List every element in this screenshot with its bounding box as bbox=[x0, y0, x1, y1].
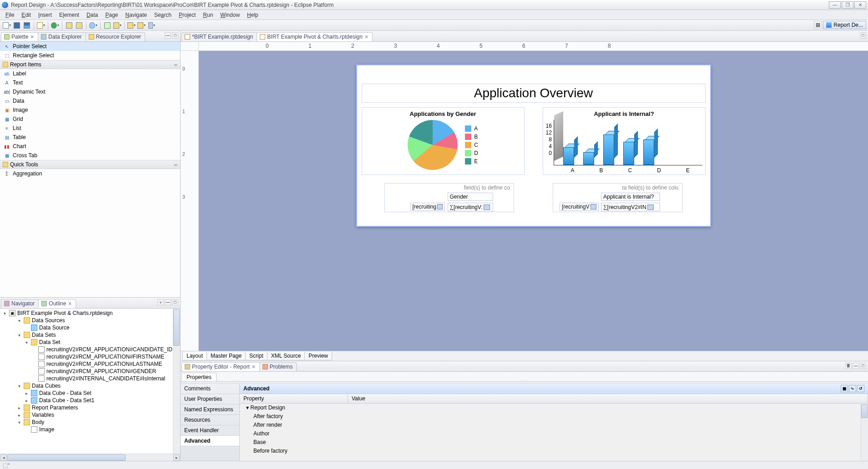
report-page[interactable]: Application Overview Applications by Gen… bbox=[356, 65, 711, 227]
maximize-view-button[interactable]: □ bbox=[172, 299, 178, 305]
palette-pointer-select[interactable]: ↖Pointer Select bbox=[0, 42, 180, 51]
save-all-button[interactable] bbox=[23, 21, 31, 30]
view-menu-button[interactable]: ▿ bbox=[157, 299, 164, 305]
maximize-button[interactable]: ❐ bbox=[842, 1, 853, 9]
menu-navigate[interactable]: Navigate bbox=[122, 11, 151, 19]
menu-help[interactable]: Help bbox=[243, 11, 262, 19]
report-title-cell[interactable]: Application Overview bbox=[362, 84, 706, 103]
vscroll[interactable] bbox=[861, 404, 868, 461]
minimize-button[interactable]: — bbox=[829, 1, 841, 9]
tree-row[interactable]: recruitingV2#RCM_APPLICATION#CANDIDATE_I… bbox=[0, 346, 180, 353]
tree-row[interactable]: Data Source bbox=[0, 324, 180, 331]
toggle2-button[interactable] bbox=[75, 21, 83, 30]
menu-data[interactable]: Data bbox=[83, 11, 101, 19]
close-icon[interactable]: ✕ bbox=[364, 34, 368, 40]
editor-tab-layout[interactable]: Layout bbox=[182, 352, 207, 360]
show-categories-button[interactable]: ▦ bbox=[841, 385, 848, 392]
scroll-thumb[interactable] bbox=[173, 309, 180, 346]
menu-project[interactable]: Project bbox=[175, 11, 199, 19]
save-button[interactable] bbox=[13, 21, 21, 30]
new-button[interactable]: ▾ bbox=[3, 21, 11, 30]
close-icon[interactable]: ✕ bbox=[252, 364, 256, 370]
palette-item-list[interactable]: ≡List bbox=[0, 124, 180, 133]
property-row[interactable]: After render bbox=[240, 421, 868, 429]
scroll-left-button[interactable]: ◂ bbox=[0, 454, 7, 461]
forward-button[interactable]: ▾ bbox=[137, 21, 146, 30]
editor-tab-script[interactable]: Script bbox=[245, 352, 267, 360]
tree-row[interactable]: ▾Data Cubes bbox=[0, 382, 180, 389]
search-button[interactable]: ▾ bbox=[89, 21, 97, 30]
crosstab-measure-1[interactable]: [recruitingV bbox=[560, 203, 599, 211]
subtab-properties[interactable]: Properties bbox=[182, 373, 217, 381]
palette-item-data[interactable]: ▭Data bbox=[0, 96, 180, 105]
tree-row[interactable]: ▸Report Parameters bbox=[0, 404, 180, 411]
palette-item-table[interactable]: ▤Table bbox=[0, 133, 180, 142]
restore-defaults-button[interactable]: ↺ bbox=[857, 385, 864, 392]
back-button[interactable]: ▾ bbox=[127, 21, 136, 30]
property-category[interactable]: Event Handler bbox=[181, 425, 239, 436]
property-category[interactable]: Resources bbox=[181, 415, 239, 425]
toggle3-button[interactable]: ▾ bbox=[113, 21, 121, 30]
editor-tab-masterpage[interactable]: Master Page bbox=[207, 352, 246, 360]
link-editor-button[interactable] bbox=[103, 21, 111, 30]
menu-run[interactable]: Run bbox=[199, 11, 217, 19]
crosstab-measure-2[interactable]: ∑[recruitingV: bbox=[448, 203, 493, 211]
palette-category-report-items[interactable]: Report Items∞ bbox=[0, 60, 180, 69]
tab-problems[interactable]: Problems bbox=[259, 362, 297, 371]
open-perspective-button[interactable]: ⊞ bbox=[814, 21, 822, 29]
tab-outline[interactable]: Outline✕ bbox=[38, 299, 76, 308]
property-row[interactable]: Before factory bbox=[240, 447, 868, 455]
scroll-right-button[interactable]: ▸ bbox=[173, 454, 180, 461]
palette-rectangle-select[interactable]: ⬚Rectangle Select bbox=[0, 51, 180, 60]
tree-row[interactable]: ▾Data Sets bbox=[0, 331, 180, 339]
crosstab-2[interactable]: ta field(s) to define colu Applicant is … bbox=[553, 183, 683, 212]
report-canvas[interactable]: Application Overview Applications by Gen… bbox=[199, 51, 868, 351]
property-category[interactable]: User Properties bbox=[181, 394, 239, 404]
tab-palette[interactable]: Palette✕ bbox=[1, 32, 38, 41]
tree-row[interactable]: recruitingV2#RCM_APPLICATION#FIRSTNAME bbox=[0, 353, 180, 360]
maximize-view-button[interactable]: □ bbox=[172, 32, 178, 39]
palette-item-text[interactable]: AText bbox=[0, 78, 180, 87]
palette-item-aggregation[interactable]: ΣAggregation bbox=[0, 169, 180, 178]
perspective-report[interactable]: Report De... bbox=[823, 21, 866, 29]
property-row[interactable]: After factory bbox=[240, 412, 868, 421]
palette-item-grid[interactable]: ▦Grid bbox=[0, 115, 180, 124]
tree-row[interactable]: ▾Data Sources bbox=[0, 317, 180, 324]
show-local-button[interactable]: ∿ bbox=[849, 385, 856, 392]
crosstab-measure-2[interactable]: ∑[recruitingV2#IN bbox=[601, 203, 660, 211]
crosstab-measure-1[interactable]: [recruiting bbox=[410, 203, 445, 211]
property-category[interactable]: Named Expressions bbox=[181, 404, 239, 415]
new-report-button[interactable]: ▾ bbox=[37, 21, 45, 30]
tree-row[interactable]: ▸Variables bbox=[0, 411, 180, 419]
palette-category-quick-tools[interactable]: Quick Tools∞ bbox=[0, 160, 180, 169]
view-toggle-button[interactable]: ≣ bbox=[845, 363, 852, 369]
editor-tab-xmlsource[interactable]: XML Source bbox=[267, 352, 305, 360]
crosstab-dimension[interactable]: Applicant is Internal? bbox=[601, 193, 660, 201]
minimize-panel-button[interactable]: — bbox=[853, 363, 859, 369]
close-icon[interactable]: ✕ bbox=[68, 301, 72, 307]
menu-page[interactable]: Page bbox=[102, 11, 122, 19]
editor-tab-preview[interactable]: Preview bbox=[304, 352, 332, 360]
tree-row[interactable]: recruitingV2#RCM_APPLICATION#GENDER bbox=[0, 368, 180, 375]
tree-row[interactable]: ▸Data Cube - Data Set bbox=[0, 389, 180, 397]
property-category[interactable]: Comments bbox=[181, 384, 239, 394]
palette-item-dynamic-text[interactable]: ab|Dynamic Text bbox=[0, 87, 180, 96]
tree-row[interactable]: ▾Data Set bbox=[0, 339, 180, 346]
tree-hscroll[interactable]: ◂ ▸ bbox=[0, 454, 180, 461]
palette-item-label[interactable]: abLabel bbox=[0, 69, 180, 78]
tree-row[interactable]: ▾Body bbox=[0, 419, 180, 426]
maximize-panel-button[interactable]: □ bbox=[860, 363, 866, 369]
minimize-view-button[interactable]: — bbox=[165, 299, 171, 305]
run-button[interactable]: ▾ bbox=[51, 21, 59, 30]
vscroll-thumb[interactable] bbox=[861, 404, 868, 418]
tree-row[interactable]: recruitingV2#INTERNAL_CANDIDATE#IsIntern… bbox=[0, 375, 180, 382]
pie-chart-cell[interactable]: Applications by Gender ABCDE bbox=[362, 107, 525, 175]
menu-window[interactable]: Window bbox=[217, 11, 243, 19]
property-row[interactable]: Base bbox=[240, 438, 868, 447]
menu-element[interactable]: Element bbox=[56, 11, 83, 19]
tab-data-explorer[interactable]: Data Explorer bbox=[38, 32, 86, 41]
menu-insert[interactable]: Insert bbox=[35, 11, 56, 19]
editor-tab-0[interactable]: *BIRT Example.rptdesign bbox=[182, 32, 257, 41]
last-button[interactable]: ▾ bbox=[147, 21, 156, 30]
bar-chart-cell[interactable]: Applicant is Internal? 1612840 ABCDE bbox=[543, 107, 706, 175]
